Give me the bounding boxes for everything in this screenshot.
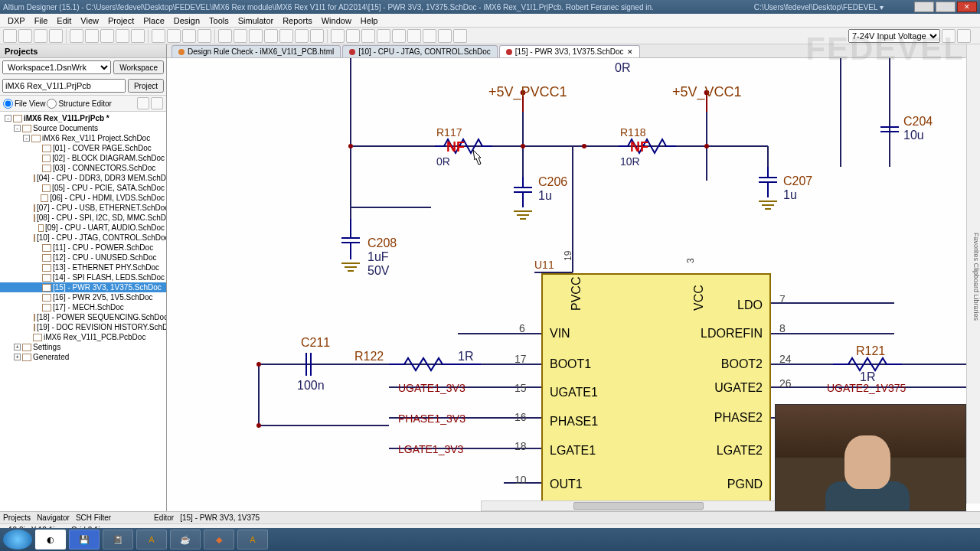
tree-item[interactable]: -iMX6 Rex_V1I1.PrjPcb * (0, 113, 166, 123)
workspace-button[interactable]: Workspace (113, 60, 164, 74)
tool-button[interactable] (152, 29, 165, 43)
project-tree[interactable]: -iMX6 Rex_V1I1.PrjPcb *-Source Documents… (0, 112, 166, 511)
tree-item[interactable]: [10] - CPU - JTAG, CONTROL.SchDoc (0, 233, 166, 243)
tool-button[interactable] (3, 29, 17, 43)
right-panel-strip[interactable]: Favorites Clipboard Libraries (966, 44, 980, 504)
tool-button[interactable] (392, 29, 406, 43)
tool-button[interactable] (18, 29, 32, 43)
tool-button[interactable] (957, 29, 971, 43)
tool-button[interactable] (234, 29, 247, 43)
project-button[interactable]: Project (128, 79, 164, 93)
tree-item[interactable]: [16] - PWR 2V5, 1V5.SchDoc (0, 292, 166, 302)
tool-button[interactable] (279, 29, 293, 43)
tool-button[interactable] (131, 29, 145, 43)
tree-item[interactable]: [19] - DOC REVISION HISTORY.SchDoc (0, 322, 166, 332)
menu-reports[interactable]: Reports (278, 16, 317, 25)
taskbar-altium-icon[interactable]: A (136, 530, 167, 549)
tool-button[interactable] (182, 29, 196, 43)
taskbar-java-icon[interactable]: ☕ (170, 530, 201, 549)
horizontal-scrollbar[interactable] (481, 500, 795, 511)
tool-button[interactable] (198, 29, 211, 43)
tree-item[interactable]: [05] - CPU - PCIE, SATA.SchDoc (0, 183, 166, 193)
tool-button[interactable] (116, 29, 129, 43)
tree-item[interactable]: [08] - CPU - SPI, I2C, SD, MMC.SchDoc (0, 213, 166, 223)
tree-item[interactable]: [04] - CPU - DDR3, DDR3 MEM.SchDoc (0, 173, 166, 183)
tree-item[interactable]: [03] - CONNECTORS.SchDoc (0, 163, 166, 173)
menu-dxp[interactable]: DXP (3, 16, 30, 25)
tree-item[interactable]: [07] - CPU - USB, ETHERNET.SchDoc (0, 203, 166, 213)
document-tab[interactable]: [10] - CPU - JTAG, CONTROL.SchDoc (342, 45, 498, 57)
svg-text:R121: R121 (856, 344, 885, 357)
tree-item[interactable]: [01] - COVER PAGE.SchDoc (0, 143, 166, 153)
taskbar-app-icon[interactable]: 💾 (69, 530, 100, 549)
tool-button[interactable] (453, 29, 467, 43)
tool-button[interactable] (100, 29, 114, 43)
document-tab[interactable]: Design Rule Check - iMX6_V1I1_PCB.html (172, 45, 341, 57)
menu-file[interactable]: File (30, 16, 53, 25)
tool-button[interactable] (34, 29, 47, 43)
tool-button[interactable] (361, 29, 375, 43)
tool-button[interactable] (942, 29, 956, 43)
tool-button[interactable] (49, 29, 63, 43)
taskbar-chrome-icon[interactable]: ◐ (35, 530, 66, 549)
tool-button[interactable] (218, 29, 232, 43)
maximize-button[interactable]: ▭ (936, 2, 956, 12)
panel-options-button[interactable] (137, 97, 149, 109)
tree-item[interactable]: [09] - CPU - UART, AUDIO.SchDoc (0, 223, 166, 233)
tab-editor[interactable]: Editor (154, 514, 174, 522)
tool-button[interactable] (310, 29, 324, 43)
tree-item[interactable]: -iMX6 Rex_V1I1 Project.SchDoc (0, 133, 166, 143)
tree-item[interactable]: [14] - SPI FLASH, LEDS.SchDoc (0, 272, 166, 282)
start-button[interactable] (3, 530, 32, 549)
workspace-select[interactable]: Workspace1.DsnWrk (2, 60, 111, 74)
tree-item[interactable]: [15] - PWR 3V3, 1V375.SchDoc (0, 282, 166, 292)
tree-item[interactable]: -Source Documents (0, 123, 166, 133)
tab-navigator[interactable]: Navigator (37, 514, 70, 522)
tree-item[interactable]: [06] - CPU - HDMI, LVDS.SchDoc (0, 193, 166, 203)
windows-taskbar[interactable]: ◐ 💾 📓 A ☕ ◆ A (0, 528, 980, 551)
tool-button[interactable] (85, 29, 99, 43)
tool-button[interactable] (167, 29, 181, 43)
tree-item[interactable]: [13] - ETHERNET PHY.SchDoc (0, 262, 166, 272)
taskbar-app-icon[interactable]: 📓 (103, 530, 133, 549)
taskbar-app-icon[interactable]: ◆ (204, 530, 234, 549)
project-field[interactable] (2, 79, 126, 93)
tree-item[interactable]: +Settings (0, 342, 166, 352)
menu-edit[interactable]: Edit (52, 16, 76, 25)
menu-project[interactable]: Project (103, 16, 139, 25)
menu-view[interactable]: View (76, 16, 103, 25)
tool-button[interactable] (423, 29, 436, 43)
tree-item[interactable]: [02] - BLOCK DIAGRAM.SchDoc (0, 153, 166, 163)
tool-button[interactable] (331, 29, 345, 43)
tree-item[interactable]: iMX6 Rex_V1I1_PCB.PcbDoc (0, 332, 166, 342)
tool-button[interactable] (249, 29, 263, 43)
menu-simulator[interactable]: Simulator (234, 16, 278, 25)
menu-help[interactable]: Help (356, 16, 383, 25)
tree-item[interactable]: [12] - CPU - UNUSED.SchDoc (0, 253, 166, 262)
menu-design[interactable]: Design (169, 16, 204, 25)
structure-editor-radio[interactable]: Structure Editor (47, 99, 111, 109)
voltage-select[interactable]: 7-24V Input Voltage (848, 29, 940, 43)
tool-button[interactable] (377, 29, 390, 43)
tool-button[interactable] (264, 29, 278, 43)
tool-button[interactable] (295, 29, 309, 43)
file-view-radio[interactable]: File View (3, 99, 45, 109)
menu-tools[interactable]: Tools (204, 16, 234, 25)
tool-button[interactable] (407, 29, 421, 43)
tool-button[interactable] (346, 29, 360, 43)
tree-item[interactable]: [18] - POWER SEQUENCING.SchDoc (0, 312, 166, 322)
tree-item[interactable]: +Generated (0, 352, 166, 362)
minimize-button[interactable]: _ (914, 2, 934, 12)
menu-window[interactable]: Window (317, 16, 356, 25)
taskbar-altium-icon[interactable]: A (237, 530, 268, 549)
tree-item[interactable]: [11] - CPU - POWER.SchDoc (0, 243, 166, 253)
menu-place[interactable]: Place (139, 16, 169, 25)
close-button[interactable]: ✕ (957, 2, 977, 12)
tool-button[interactable] (70, 29, 83, 43)
panel-options-button[interactable] (151, 97, 163, 109)
tab-sch-filter[interactable]: SCH Filter (76, 514, 111, 522)
tree-item[interactable]: [17] - MECH.SchDoc (0, 302, 166, 312)
tab-projects[interactable]: Projects (3, 514, 31, 522)
document-tab[interactable]: [15] - PWR 3V3, 1V375.SchDoc✕ (499, 45, 640, 57)
tool-button[interactable] (438, 29, 452, 43)
